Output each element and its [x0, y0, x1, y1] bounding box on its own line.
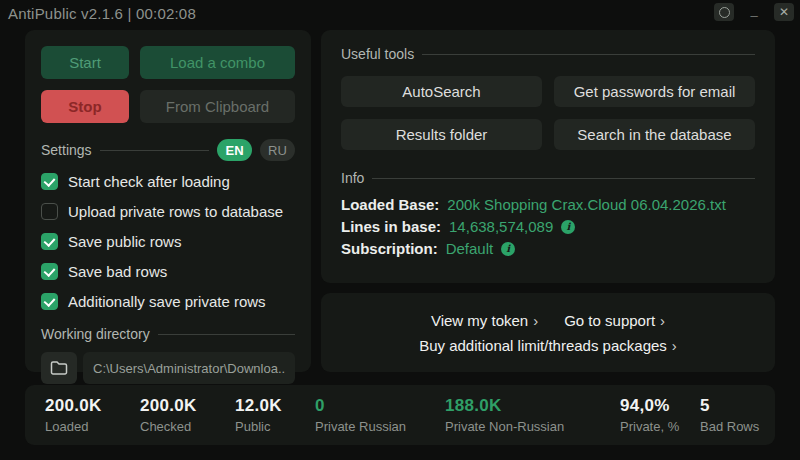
circle-button[interactable] [714, 3, 734, 21]
checkbox-box[interactable] [41, 203, 58, 220]
checkbox-box[interactable] [41, 233, 58, 250]
minimize-button[interactable]: _ [744, 3, 764, 21]
start-button[interactable]: Start [41, 46, 129, 79]
lines-in-base-value: 14,638,574,089 [449, 218, 553, 235]
checkbox-box[interactable] [41, 293, 58, 310]
links-panel: View my token › Go to support › Buy addi… [321, 293, 775, 372]
link-text: Go to support [564, 312, 655, 329]
checkbox-label: Additionally save private rows [68, 293, 266, 310]
stat-value: 188.0K [445, 396, 620, 416]
links-row-2: Buy additional limit/threads packages › [419, 337, 677, 354]
working-directory-header: Working directory [41, 326, 295, 342]
working-directory-row [41, 352, 295, 384]
browse-folder-button[interactable] [41, 352, 77, 384]
subscription-row: Subscription: Default i [341, 240, 755, 257]
minimize-icon: _ [750, 3, 757, 18]
stat-value: 200.0K [45, 396, 140, 416]
checkbox-label: Save public rows [68, 233, 181, 250]
stat-value: 0 [315, 396, 445, 416]
window-controls: _ ✕ [714, 3, 794, 21]
action-buttons: Start Load a combo Stop From Clipboard [41, 46, 295, 123]
checkbox-box[interactable] [41, 173, 58, 190]
tool-buttons: AutoSearch Get passwords for email Resul… [341, 76, 755, 150]
language-en-button[interactable]: EN [217, 139, 252, 161]
chevron-right-icon: › [533, 312, 538, 329]
checkbox-label: Save bad rows [68, 263, 167, 280]
folder-icon [50, 360, 68, 376]
tools-info-panel: Useful tools AutoSearch Get passwords fo… [321, 30, 775, 283]
get-passwords-button[interactable]: Get passwords for email [554, 76, 755, 107]
info-label: Info [341, 170, 364, 186]
divider [158, 334, 295, 335]
info-icon[interactable]: i [501, 242, 515, 256]
stat-bad-rows: 5 Bad Rows [700, 396, 770, 434]
link-text: View my token [431, 312, 528, 329]
go-to-support-link[interactable]: Go to support › [564, 312, 665, 329]
settings-header: Settings EN RU [41, 139, 295, 161]
close-icon: ✕ [779, 6, 789, 18]
stat-label: Loaded [45, 419, 140, 434]
from-clipboard-button[interactable]: From Clipboard [140, 90, 295, 123]
divider [422, 54, 755, 55]
stat-label: Bad Rows [700, 419, 770, 434]
stat-value: 94,0% [620, 396, 700, 416]
stat-value: 5 [700, 396, 770, 416]
stop-button[interactable]: Stop [41, 90, 129, 123]
checkbox-label: Start check after loading [68, 173, 230, 190]
stat-private-russian: 0 Private Russian [315, 396, 445, 434]
stat-checked: 200.0K Checked [140, 396, 235, 434]
close-button[interactable]: ✕ [774, 3, 794, 21]
stat-label: Private Russian [315, 419, 445, 434]
link-text: Buy additional limit/threads packages [419, 337, 667, 354]
subscription-value: Default [446, 240, 494, 257]
stat-value: 12.0K [235, 396, 315, 416]
info-rows: Loaded Base: 200k Shopping Crax.Cloud 06… [341, 196, 755, 257]
view-my-token-link[interactable]: View my token › [431, 312, 538, 329]
stat-label: Private, % [620, 419, 700, 434]
divider [100, 150, 209, 151]
checkbox-upload-private-rows[interactable]: Upload private rows to database [41, 203, 295, 220]
stat-loaded: 200.0K Loaded [45, 396, 140, 434]
checkbox-additionally-save-private-rows[interactable]: Additionally save private rows [41, 293, 295, 310]
loaded-base-label: Loaded Base: [341, 196, 439, 213]
checkbox-label: Upload private rows to database [68, 203, 283, 220]
autosearch-button[interactable]: AutoSearch [341, 76, 542, 107]
search-database-button[interactable]: Search in the database [554, 119, 755, 150]
settings-checkboxes: Start check after loading Upload private… [41, 173, 295, 310]
language-ru-button[interactable]: RU [260, 139, 295, 161]
stat-private-non-russian: 188.0K Private Non-Russian [445, 396, 620, 434]
stat-label: Public [235, 419, 315, 434]
checkbox-save-bad-rows[interactable]: Save bad rows [41, 263, 295, 280]
lines-in-base-row: Lines in base: 14,638,574,089 i [341, 218, 755, 235]
divider [372, 178, 755, 179]
chevron-right-icon: › [672, 337, 677, 354]
checkbox-start-check-after-loading[interactable]: Start check after loading [41, 173, 295, 190]
chevron-right-icon: › [660, 312, 665, 329]
useful-tools-label: Useful tools [341, 46, 414, 62]
checkbox-save-public-rows[interactable]: Save public rows [41, 233, 295, 250]
stat-value: 200.0K [140, 396, 235, 416]
circle-icon [719, 7, 730, 18]
loaded-base-row: Loaded Base: 200k Shopping Crax.Cloud 06… [341, 196, 755, 213]
stat-label: Checked [140, 419, 235, 434]
useful-tools-header: Useful tools [341, 46, 755, 62]
stat-public: 12.0K Public [235, 396, 315, 434]
stat-private-percent: 94,0% Private, % [620, 396, 700, 434]
info-icon[interactable]: i [561, 220, 575, 234]
results-folder-button[interactable]: Results folder [341, 119, 542, 150]
settings-label: Settings [41, 142, 92, 158]
working-directory-label: Working directory [41, 326, 150, 342]
buy-packages-link[interactable]: Buy additional limit/threads packages › [419, 337, 677, 354]
titlebar: AntiPublic v2.1.6 | 00:02:08 _ ✕ [0, 0, 800, 28]
lines-in-base-label: Lines in base: [341, 218, 441, 235]
loaded-base-value: 200k Shopping Crax.Cloud 06.04.2026.txt [447, 196, 726, 213]
checkbox-box[interactable] [41, 263, 58, 280]
stats-bar: 200.0K Loaded 200.0K Checked 12.0K Publi… [25, 385, 775, 445]
app-title: AntiPublic v2.1.6 | 00:02:08 [8, 5, 196, 22]
working-directory-input[interactable] [83, 352, 295, 384]
load-combo-button[interactable]: Load a combo [140, 46, 295, 79]
subscription-label: Subscription: [341, 240, 438, 257]
control-panel: Start Load a combo Stop From Clipboard S… [25, 30, 311, 372]
info-header: Info [341, 170, 755, 186]
stat-label: Private Non-Russian [445, 419, 620, 434]
